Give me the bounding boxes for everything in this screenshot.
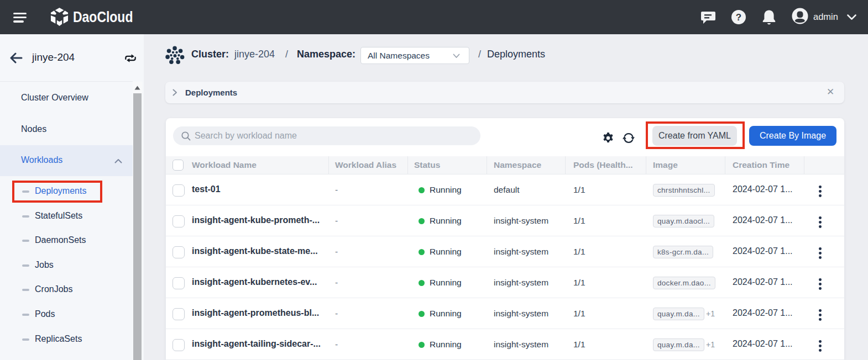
svg-text:?: ? — [736, 12, 741, 23]
